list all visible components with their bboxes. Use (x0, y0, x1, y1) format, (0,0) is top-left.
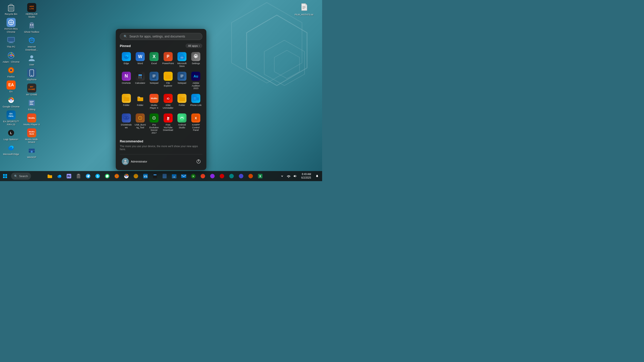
taskbar-clipboard[interactable] (74, 172, 83, 181)
pinned-xampp[interactable]: X XAMPP Control Panel (190, 112, 202, 136)
start-button[interactable] (0, 171, 10, 181)
taskbar-unknown4[interactable] (227, 172, 236, 181)
taskbar-xbox[interactable]: ✕ (189, 172, 198, 181)
taskbar-unknown5[interactable] (237, 172, 246, 181)
svg-text:Oμ: Oμ (138, 96, 140, 98)
taskbar-firefox[interactable] (112, 172, 121, 181)
pinned-notepad2[interactable]: Notepad (175, 70, 188, 91)
pinned-powerpoint-label: PowerPoint (162, 62, 174, 65)
power-button[interactable] (195, 158, 202, 165)
pinned-folder1[interactable]: Folder (120, 92, 133, 111)
film-histats-file[interactable]: FILM_HISTATS.txt (295, 2, 313, 17)
desktop-icon-ea-sports[interactable]: EAFIFA EA SPORTS™ FIFA 23 (1, 109, 21, 127)
taskbar-calculator2[interactable] (150, 172, 160, 181)
pinned-calculator-icon (136, 72, 145, 81)
winscp-icon (27, 146, 36, 155)
taskbar-chrome[interactable] (122, 172, 131, 181)
desktop-icon-thispc[interactable]: This PC (1, 35, 21, 49)
pinned-store-label: Microsoft Store (176, 62, 188, 68)
pinned-pro-evolution[interactable]: Pro Evolution Soccer 2017 (148, 112, 161, 136)
desktop-icon-google-chrome[interactable]: Google Chrome (1, 95, 21, 109)
svg-text:X: X (195, 116, 197, 120)
pinned-ds4windows[interactable]: DS4Windows (120, 112, 133, 136)
desktop-icon-mygame[interactable]: MYGAME MY GAME (22, 83, 42, 97)
clock-date: 6/2/2025 (301, 176, 311, 180)
pinned-edge[interactable]: Edge (120, 51, 133, 69)
desktop-icon-winscp[interactable]: WinSCP (22, 145, 42, 159)
adam-chrome-label: Adam - Chrome (3, 60, 19, 63)
taskbar-adobe-premiere[interactable]: Pr (64, 172, 73, 181)
pinned-onenote-icon: N (122, 72, 131, 81)
desktop-icon-ea[interactable]: EA EA (1, 79, 21, 94)
taskbar-mail[interactable] (179, 172, 188, 181)
taskbar-unknown3[interactable] (217, 172, 226, 181)
desktop-icon-ghost-toolbox[interactable]: Ghost Toolbox (22, 20, 42, 34)
desktop-icon-user[interactable]: User (22, 53, 42, 67)
taskbar-mumu-taskbar[interactable] (198, 172, 207, 181)
mumu-multi-label: MuMu Multi-DriveX (23, 138, 41, 144)
desktop-icon-ms-edge[interactable]: Microsoft Edge (1, 142, 21, 156)
pinned-android-studio[interactable]: Android Studio (175, 112, 188, 136)
taskbar-notes[interactable] (160, 172, 169, 181)
desktop-icon-logi[interactable]: L Logi Options+ (1, 127, 21, 142)
pinned-iobit[interactable]: IO IObit Uninstaller (162, 92, 174, 111)
pinned-calculator[interactable]: Calculator (134, 70, 146, 91)
tray-notification[interactable] (314, 173, 320, 179)
pinned-mumu[interactable]: MuMu MuMu Player X (148, 92, 161, 111)
desktop-icon-firefox[interactable]: Firefox (1, 65, 21, 79)
taskbar-unknown6[interactable] (246, 172, 255, 181)
desktop-icon-hdr[interactable]: HDRLIVE HDRSLIVE Studio (22, 2, 42, 19)
desktop-icon-recycle-bin[interactable]: Recycle Bin (1, 2, 21, 16)
pinned-file-explorer[interactable]: File Explorer (162, 70, 174, 91)
taskbar-clock[interactable]: 8:49 AM 6/2/2025 (299, 173, 313, 180)
pinned-folder2[interactable]: Oμ Folder (134, 92, 146, 111)
taskbar-excel-taskbar[interactable]: X (256, 172, 265, 181)
idsphone-icon (27, 68, 36, 77)
desktop-icon-editing[interactable]: Editing (22, 97, 42, 112)
taskbar-file-explorer[interactable] (45, 172, 54, 181)
tray-chevron[interactable] (279, 173, 285, 179)
pinned-settings[interactable]: Settings (190, 51, 202, 69)
pinned-onenote[interactable]: N OneNote (120, 70, 133, 91)
taskbar-search-bar[interactable]: 🔍 Search (11, 173, 31, 180)
desktop-icon-mumu-multi[interactable]: MuMuMulti MuMu Multi-DriveX (22, 127, 42, 145)
taskbar-vs-code[interactable]: VS (141, 172, 150, 181)
taskbar-telegram[interactable] (84, 172, 93, 181)
taskbar-edge[interactable] (55, 172, 64, 181)
taskbar-whatsapp[interactable] (103, 172, 112, 181)
pinned-adobe-audition[interactable]: Au Adobe Audition 2023 (190, 70, 202, 91)
taskbar-skype[interactable]: S (93, 172, 102, 181)
pinned-excel[interactable]: X Excel (148, 51, 161, 69)
pinned-notepad[interactable]: Notepad (148, 70, 161, 91)
desktop-icon-idsphone[interactable]: idsphone (22, 67, 42, 82)
svg-text:S: S (97, 175, 99, 178)
pinned-phonelink-icon (191, 94, 200, 103)
svg-point-118 (201, 174, 205, 178)
desktop-icon-adam-chrome[interactable]: Adam - Chrome (1, 50, 21, 64)
user-label: User (29, 63, 34, 66)
taskbar-calendar[interactable]: ● (170, 172, 179, 181)
start-search-bar[interactable]: 🔍 Search for apps, settings, and documen… (120, 33, 202, 40)
pinned-ms-store[interactable]: Microsoft Store (175, 51, 188, 69)
tray-network[interactable] (286, 173, 292, 179)
taskbar-unknown2[interactable] (208, 172, 217, 181)
desktop-icon-ie[interactable]: Internet Download... (22, 35, 42, 52)
desktop-icon-mumu-player[interactable]: MuMu MuMu Player X (22, 112, 42, 127)
start-user-button[interactable]: Administrator (120, 157, 149, 166)
pinned-usb-burning[interactable]: USB_Burning_Tool (134, 112, 146, 136)
pinned-phone-link[interactable]: Phone Link (190, 92, 202, 111)
pinned-word[interactable]: W Word (134, 51, 146, 69)
taskbar-unknown1[interactable] (131, 172, 140, 181)
svg-rect-115 (181, 174, 186, 178)
tray-volume[interactable] (292, 173, 298, 179)
pinned-free-youtube[interactable]: Free YouTube Download (162, 112, 174, 136)
start-footer: Administrator (120, 154, 202, 166)
svg-text:IO: IO (167, 97, 169, 100)
pinned-powerpoint[interactable]: P PowerPoint (162, 51, 174, 69)
desktop-icon-patch-pes[interactable]: PATCH PES Chrome (1, 17, 21, 34)
pinned-xampp-label: XAMPP Control Panel (190, 124, 202, 132)
taskbar-search-icon: 🔍 (14, 175, 18, 178)
pinned-folder3[interactable]: Folder (175, 92, 188, 111)
pinned-section-header: Pinned All apps › (120, 44, 202, 48)
all-apps-button[interactable]: All apps › (185, 44, 202, 48)
